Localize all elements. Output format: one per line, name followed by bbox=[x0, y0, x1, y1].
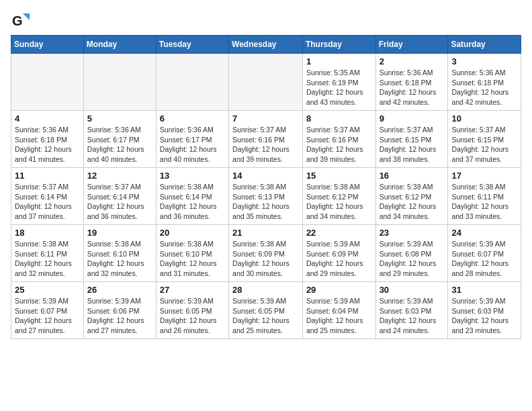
day-number: 3 bbox=[451, 56, 517, 66]
calendar-cell: 23Sunrise: 5:39 AMSunset: 6:08 PMDayligh… bbox=[375, 225, 448, 282]
calendar-cell: 24Sunrise: 5:39 AMSunset: 6:07 PMDayligh… bbox=[448, 225, 521, 282]
calendar-cell: 31Sunrise: 5:39 AMSunset: 6:03 PMDayligh… bbox=[448, 282, 521, 339]
calendar-cell bbox=[229, 54, 303, 111]
calendar-cell: 25Sunrise: 5:39 AMSunset: 6:07 PMDayligh… bbox=[11, 282, 84, 339]
day-info: Sunrise: 5:39 AMSunset: 6:04 PMDaylight:… bbox=[306, 296, 372, 336]
day-info: Sunrise: 5:38 AMSunset: 6:11 PMDaylight:… bbox=[15, 239, 80, 279]
day-info: Sunrise: 5:37 AMSunset: 6:15 PMDaylight:… bbox=[380, 125, 445, 165]
day-info: Sunrise: 5:39 AMSunset: 6:05 PMDaylight:… bbox=[232, 296, 299, 336]
calendar-cell: 15Sunrise: 5:38 AMSunset: 6:12 PMDayligh… bbox=[302, 168, 375, 225]
day-number: 15 bbox=[306, 171, 372, 181]
day-info: Sunrise: 5:36 AMSunset: 6:17 PMDaylight:… bbox=[87, 125, 152, 165]
day-info: Sunrise: 5:38 AMSunset: 6:10 PMDaylight:… bbox=[160, 239, 225, 279]
day-info: Sunrise: 5:39 AMSunset: 6:03 PMDaylight:… bbox=[451, 296, 517, 336]
day-number: 4 bbox=[15, 113, 80, 124]
day-info: Sunrise: 5:36 AMSunset: 6:17 PMDaylight:… bbox=[160, 125, 225, 165]
day-number: 11 bbox=[15, 171, 80, 181]
calendar-cell: 27Sunrise: 5:39 AMSunset: 6:05 PMDayligh… bbox=[156, 282, 228, 339]
calendar-cell: 1Sunrise: 5:35 AMSunset: 6:19 PMDaylight… bbox=[302, 54, 375, 111]
day-info: Sunrise: 5:38 AMSunset: 6:14 PMDaylight:… bbox=[160, 182, 225, 222]
logo-icon: G bbox=[11, 11, 30, 30]
day-info: Sunrise: 5:38 AMSunset: 6:12 PMDaylight:… bbox=[306, 182, 372, 222]
calendar-cell: 3Sunrise: 5:36 AMSunset: 6:18 PMDaylight… bbox=[448, 54, 521, 111]
day-info: Sunrise: 5:39 AMSunset: 6:07 PMDaylight:… bbox=[451, 239, 517, 279]
day-info: Sunrise: 5:35 AMSunset: 6:19 PMDaylight:… bbox=[306, 68, 372, 107]
calendar-cell: 8Sunrise: 5:37 AMSunset: 6:16 PMDaylight… bbox=[302, 111, 375, 168]
weekday-header-saturday: Saturday bbox=[448, 36, 521, 54]
calendar-cell: 6Sunrise: 5:36 AMSunset: 6:17 PMDaylight… bbox=[156, 111, 228, 168]
day-info: Sunrise: 5:39 AMSunset: 6:05 PMDaylight:… bbox=[160, 296, 225, 336]
svg-marker-1 bbox=[23, 13, 30, 20]
day-number: 7 bbox=[232, 113, 299, 124]
day-info: Sunrise: 5:38 AMSunset: 6:11 PMDaylight:… bbox=[451, 182, 517, 222]
weekday-header-tuesday: Tuesday bbox=[156, 36, 228, 54]
day-number: 24 bbox=[451, 228, 517, 238]
day-number: 20 bbox=[160, 228, 225, 238]
calendar-cell: 22Sunrise: 5:39 AMSunset: 6:09 PMDayligh… bbox=[302, 225, 375, 282]
weekday-header-sunday: Sunday bbox=[11, 36, 84, 54]
calendar-cell: 18Sunrise: 5:38 AMSunset: 6:11 PMDayligh… bbox=[11, 225, 84, 282]
day-number: 6 bbox=[160, 113, 225, 124]
day-info: Sunrise: 5:39 AMSunset: 6:03 PMDaylight:… bbox=[380, 296, 445, 336]
day-number: 14 bbox=[232, 171, 299, 181]
calendar-cell: 17Sunrise: 5:38 AMSunset: 6:11 PMDayligh… bbox=[448, 168, 521, 225]
calendar-cell bbox=[11, 54, 84, 111]
day-info: Sunrise: 5:37 AMSunset: 6:16 PMDaylight:… bbox=[232, 125, 299, 165]
logo: G bbox=[11, 11, 32, 30]
calendar-cell: 21Sunrise: 5:38 AMSunset: 6:09 PMDayligh… bbox=[229, 225, 303, 282]
calendar-cell: 19Sunrise: 5:38 AMSunset: 6:10 PMDayligh… bbox=[83, 225, 156, 282]
week-row-1: 1Sunrise: 5:35 AMSunset: 6:19 PMDaylight… bbox=[11, 54, 521, 111]
calendar-cell: 13Sunrise: 5:38 AMSunset: 6:14 PMDayligh… bbox=[156, 168, 228, 225]
calendar-cell: 5Sunrise: 5:36 AMSunset: 6:17 PMDaylight… bbox=[83, 111, 156, 168]
calendar-cell: 28Sunrise: 5:39 AMSunset: 6:05 PMDayligh… bbox=[229, 282, 303, 339]
day-number: 23 bbox=[380, 228, 445, 238]
day-number: 29 bbox=[306, 285, 372, 295]
weekday-header-wednesday: Wednesday bbox=[229, 36, 303, 54]
calendar-cell: 20Sunrise: 5:38 AMSunset: 6:10 PMDayligh… bbox=[156, 225, 228, 282]
calendar-cell: 14Sunrise: 5:38 AMSunset: 6:13 PMDayligh… bbox=[229, 168, 303, 225]
calendar-cell: 9Sunrise: 5:37 AMSunset: 6:15 PMDaylight… bbox=[375, 111, 448, 168]
calendar-cell: 16Sunrise: 5:38 AMSunset: 6:12 PMDayligh… bbox=[375, 168, 448, 225]
day-number: 31 bbox=[451, 285, 517, 295]
calendar-body: 1Sunrise: 5:35 AMSunset: 6:19 PMDaylight… bbox=[11, 54, 521, 339]
week-row-5: 25Sunrise: 5:39 AMSunset: 6:07 PMDayligh… bbox=[11, 282, 521, 339]
page-header: G bbox=[11, 11, 521, 30]
day-number: 27 bbox=[160, 285, 225, 295]
day-info: Sunrise: 5:38 AMSunset: 6:13 PMDaylight:… bbox=[232, 182, 299, 222]
week-row-3: 11Sunrise: 5:37 AMSunset: 6:14 PMDayligh… bbox=[11, 168, 521, 225]
day-number: 1 bbox=[306, 56, 372, 66]
calendar-cell bbox=[156, 54, 228, 111]
day-info: Sunrise: 5:37 AMSunset: 6:16 PMDaylight:… bbox=[306, 125, 372, 165]
weekday-row: SundayMondayTuesdayWednesdayThursdayFrid… bbox=[11, 36, 521, 54]
day-number: 22 bbox=[306, 228, 372, 238]
calendar-cell: 10Sunrise: 5:37 AMSunset: 6:15 PMDayligh… bbox=[448, 111, 521, 168]
calendar-cell: 30Sunrise: 5:39 AMSunset: 6:03 PMDayligh… bbox=[375, 282, 448, 339]
calendar-cell bbox=[83, 54, 156, 111]
calendar-cell: 4Sunrise: 5:36 AMSunset: 6:18 PMDaylight… bbox=[11, 111, 84, 168]
day-info: Sunrise: 5:39 AMSunset: 6:07 PMDaylight:… bbox=[15, 296, 80, 336]
day-number: 30 bbox=[380, 285, 445, 295]
day-number: 8 bbox=[306, 113, 372, 124]
day-info: Sunrise: 5:37 AMSunset: 6:14 PMDaylight:… bbox=[15, 182, 80, 222]
svg-text:G: G bbox=[12, 13, 23, 28]
day-number: 26 bbox=[87, 285, 152, 295]
day-number: 28 bbox=[232, 285, 299, 295]
week-row-4: 18Sunrise: 5:38 AMSunset: 6:11 PMDayligh… bbox=[11, 225, 521, 282]
calendar-cell: 29Sunrise: 5:39 AMSunset: 6:04 PMDayligh… bbox=[302, 282, 375, 339]
day-number: 5 bbox=[87, 113, 152, 124]
calendar-cell: 2Sunrise: 5:36 AMSunset: 6:18 PMDaylight… bbox=[375, 54, 448, 111]
day-info: Sunrise: 5:39 AMSunset: 6:06 PMDaylight:… bbox=[87, 296, 152, 336]
day-number: 18 bbox=[15, 228, 80, 238]
calendar-cell: 11Sunrise: 5:37 AMSunset: 6:14 PMDayligh… bbox=[11, 168, 84, 225]
day-number: 13 bbox=[160, 171, 225, 181]
calendar-cell: 12Sunrise: 5:37 AMSunset: 6:14 PMDayligh… bbox=[83, 168, 156, 225]
week-row-2: 4Sunrise: 5:36 AMSunset: 6:18 PMDaylight… bbox=[11, 111, 521, 168]
day-info: Sunrise: 5:36 AMSunset: 6:18 PMDaylight:… bbox=[451, 68, 517, 107]
day-number: 21 bbox=[232, 228, 299, 238]
day-info: Sunrise: 5:36 AMSunset: 6:18 PMDaylight:… bbox=[380, 68, 445, 107]
day-info: Sunrise: 5:37 AMSunset: 6:14 PMDaylight:… bbox=[87, 182, 152, 222]
calendar-cell: 26Sunrise: 5:39 AMSunset: 6:06 PMDayligh… bbox=[83, 282, 156, 339]
calendar-header: SundayMondayTuesdayWednesdayThursdayFrid… bbox=[11, 36, 521, 54]
day-info: Sunrise: 5:38 AMSunset: 6:12 PMDaylight:… bbox=[380, 182, 445, 222]
day-number: 12 bbox=[87, 171, 152, 181]
